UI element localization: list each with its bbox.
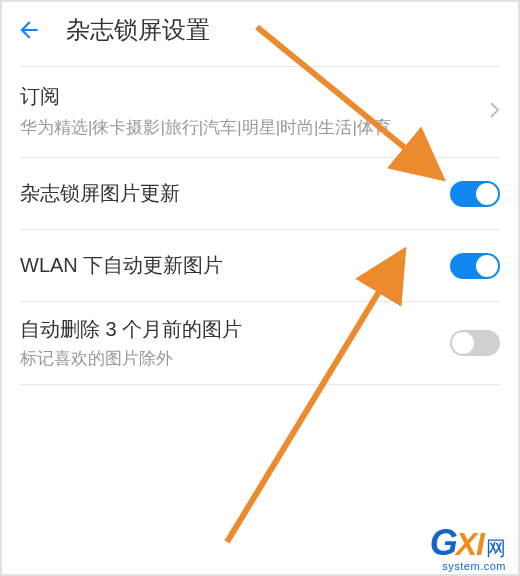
wlan-auto-label: WLAN 下自动更新图片 [20, 252, 223, 279]
watermark-g: G [430, 522, 456, 564]
back-arrow-icon [16, 17, 42, 43]
header-bar: 杂志锁屏设置 [2, 2, 518, 66]
subscription-title: 订阅 [20, 83, 480, 110]
subscription-row[interactable]: 订阅 华为精选|徕卡摄影|旅行|汽车|明星|时尚|生活|体育 [2, 67, 518, 157]
wlan-auto-toggle[interactable] [450, 253, 500, 279]
magazine-update-toggle[interactable] [450, 181, 500, 207]
watermark: G XI 网 [430, 522, 506, 564]
magazine-update-row: 杂志锁屏图片更新 [2, 158, 518, 229]
back-button[interactable] [16, 17, 56, 43]
toggle-knob [476, 255, 498, 277]
chevron-right-icon [490, 100, 500, 123]
watermark-xi: XI [456, 526, 484, 563]
watermark-host: system.com [442, 560, 506, 572]
toggle-knob [476, 183, 498, 205]
auto-delete-toggle[interactable] [450, 330, 500, 356]
watermark-net: 网 [486, 535, 506, 562]
page-title: 杂志锁屏设置 [66, 14, 210, 46]
subscription-desc: 华为精选|徕卡摄影|旅行|汽车|明星|时尚|生活|体育 [20, 116, 480, 139]
wlan-auto-row: WLAN 下自动更新图片 [2, 230, 518, 301]
auto-delete-desc: 标记喜欢的图片除外 [20, 347, 242, 370]
divider [20, 384, 500, 385]
magazine-update-label: 杂志锁屏图片更新 [20, 180, 180, 207]
auto-delete-row: 自动删除 3 个月前的图片 标记喜欢的图片除外 [2, 302, 518, 384]
auto-delete-label: 自动删除 3 个月前的图片 [20, 316, 242, 343]
toggle-knob [452, 332, 474, 354]
